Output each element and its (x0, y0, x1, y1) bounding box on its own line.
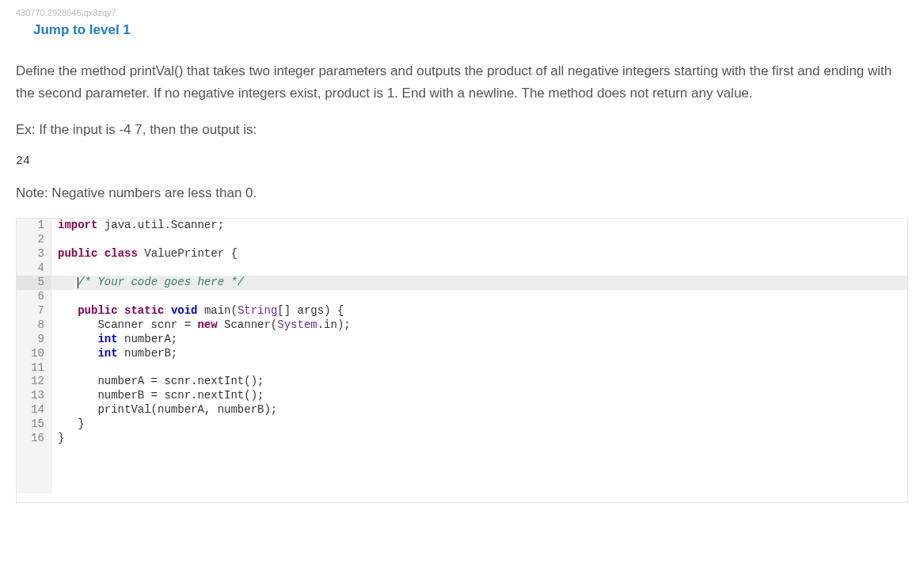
code-content[interactable] (51, 361, 907, 375)
code-line[interactable]: 7 public static void main(String[] args)… (17, 304, 907, 318)
example-output: 24 (16, 154, 908, 168)
code-line[interactable]: 14 printVal(numberA, numberB); (17, 403, 907, 417)
line-number: 7 (17, 304, 51, 318)
code-content[interactable] (51, 233, 907, 247)
line-number: 11 (17, 361, 51, 375)
code-content[interactable] (51, 290, 907, 304)
code-line[interactable]: 1import java.util.Scanner; (17, 219, 907, 233)
line-number: 4 (17, 261, 51, 276)
line-number: 13 (17, 389, 51, 403)
code-line[interactable]: 16} (17, 432, 907, 446)
line-number: 14 (17, 403, 51, 417)
line-number: 16 (17, 432, 51, 446)
code-line[interactable]: 3public class ValuePrinter { (17, 247, 907, 261)
line-number: 5 (17, 276, 51, 290)
line-number: 1 (17, 219, 51, 233)
example-prompt: Ex: If the input is -4 7, then the outpu… (16, 119, 908, 140)
code-editor[interactable]: 1import java.util.Scanner;2 3public clas… (16, 218, 908, 503)
code-line[interactable]: 6 (17, 290, 907, 304)
line-number: 15 (17, 417, 51, 432)
code-line[interactable]: 9 int numberA; (17, 333, 907, 347)
code-content[interactable]: numberA = scnr.nextInt(); (51, 375, 907, 389)
code-content[interactable]: numberB = scnr.nextInt(); (51, 389, 907, 403)
code-content[interactable]: int numberA; (51, 333, 907, 347)
code-content[interactable]: int numberB; (51, 347, 907, 361)
code-content[interactable] (51, 261, 907, 276)
line-number: 2 (17, 233, 51, 247)
code-line[interactable]: 4 (17, 261, 907, 276)
code-line[interactable]: 10 int numberB; (17, 347, 907, 361)
breadcrumb: 430770.2928846.qx3zqy7 (16, 8, 908, 17)
line-number: 12 (17, 375, 51, 389)
line-number: 6 (17, 290, 51, 304)
code-line[interactable]: 5 /* Your code goes here */ (17, 276, 907, 290)
code-content[interactable]: import java.util.Scanner; (51, 219, 907, 233)
line-number: 9 (17, 333, 51, 347)
code-line[interactable]: 13 numberB = scnr.nextInt(); (17, 389, 907, 403)
line-number: 10 (17, 347, 51, 361)
code-content[interactable]: public class ValuePrinter { (51, 247, 907, 261)
code-content[interactable]: /* Your code goes here */ (51, 276, 907, 290)
problem-note: Note: Negative numbers are less than 0. (16, 182, 908, 204)
code-content[interactable]: Scanner scnr = new Scanner(System.in); (51, 318, 907, 333)
line-number: 3 (17, 247, 51, 261)
problem-description: Define the method printVal() that takes … (16, 60, 908, 105)
code-content[interactable]: } (51, 432, 907, 446)
line-number: 8 (17, 318, 51, 333)
jump-to-level-link[interactable]: Jump to level 1 (33, 22, 131, 38)
code-content[interactable]: public static void main(String[] args) { (51, 304, 907, 318)
code-line[interactable]: 8 Scanner scnr = new Scanner(System.in); (17, 318, 907, 333)
code-content[interactable]: printVal(numberA, numberB); (51, 403, 907, 417)
code-line[interactable]: 12 numberA = scnr.nextInt(); (17, 375, 907, 389)
code-line[interactable]: 15 } (17, 417, 907, 432)
code-line[interactable]: 2 (17, 233, 907, 247)
code-line[interactable]: 11 (17, 361, 907, 375)
code-content[interactable]: } (51, 417, 907, 432)
